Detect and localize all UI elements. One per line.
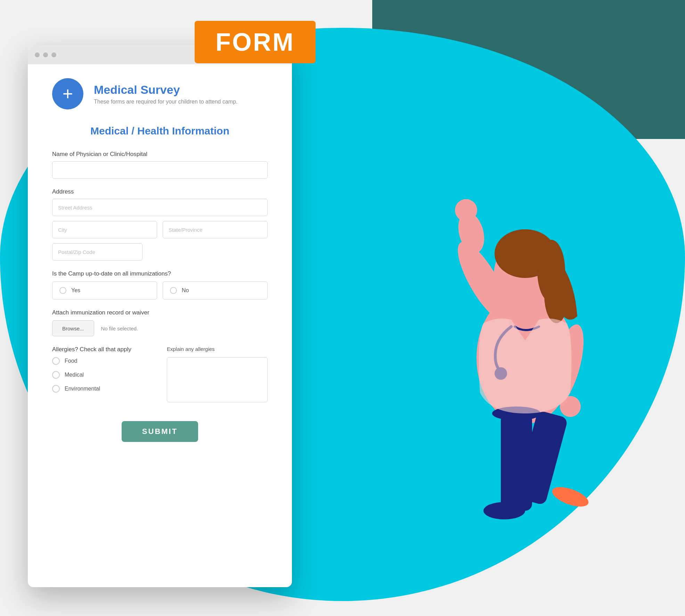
allergy-textarea[interactable] xyxy=(167,357,268,402)
city-input[interactable] xyxy=(52,221,157,238)
yes-label: Yes xyxy=(71,287,80,294)
allergy-explain-area xyxy=(167,357,268,404)
address-label: Address xyxy=(52,188,268,195)
browser-window: + Medical Survey These forms are require… xyxy=(28,45,292,587)
form-header: + Medical Survey These forms are require… xyxy=(52,78,268,109)
form-title-area: Medical Survey These forms are required … xyxy=(94,83,238,105)
browser-dot-2 xyxy=(43,52,48,57)
allergies-label: Allergies? Check all that apply xyxy=(52,346,153,353)
svg-point-16 xyxy=(550,483,591,511)
nurse-svg xyxy=(407,122,643,573)
state-input[interactable] xyxy=(163,221,268,238)
svg-point-15 xyxy=(483,502,525,519)
no-label: No xyxy=(182,287,189,294)
physician-input[interactable] xyxy=(52,161,268,179)
form-title: Medical Survey xyxy=(94,83,238,97)
browse-button[interactable]: Browse... xyxy=(52,320,94,336)
no-radio[interactable] xyxy=(170,287,177,294)
allergies-headers: Allergies? Check all that apply Explain … xyxy=(52,336,268,353)
form-content: + Medical Survey These forms are require… xyxy=(28,64,292,463)
allergy-food[interactable]: Food xyxy=(52,357,153,365)
food-label: Food xyxy=(65,358,77,364)
file-status: No file selected. xyxy=(101,326,138,331)
postal-input[interactable] xyxy=(52,243,142,261)
browser-dot-1 xyxy=(35,52,40,57)
allergy-medical[interactable]: Medical xyxy=(52,371,153,379)
yes-radio[interactable] xyxy=(59,287,66,294)
allergy-environmental[interactable]: Environmental xyxy=(52,385,153,393)
immunization-label: Is the Camp up-to-date on all immunizati… xyxy=(52,270,268,277)
attach-label: Attach immunization record or waiver xyxy=(52,309,268,316)
plus-icon: + xyxy=(63,85,73,103)
file-upload-row: Browse... No file selected. xyxy=(52,320,268,336)
allergies-checkboxes: Food Medical Environmental xyxy=(52,357,153,404)
svg-point-3 xyxy=(455,199,477,221)
form-subtitle: These forms are required for your childr… xyxy=(94,99,238,105)
form-badge: FORM xyxy=(195,21,316,63)
medical-checkbox[interactable] xyxy=(52,371,60,379)
street-address-input[interactable] xyxy=(52,199,268,216)
environmental-checkbox[interactable] xyxy=(52,385,60,393)
nurse-illustration xyxy=(407,122,643,573)
browser-dot-3 xyxy=(51,52,56,57)
physician-label: Name of Physician or Clinic/Hospital xyxy=(52,151,268,158)
section-title: Medical / Health Information xyxy=(52,125,268,137)
no-option[interactable]: No xyxy=(163,281,268,299)
medical-label: Medical xyxy=(65,372,84,378)
city-state-row xyxy=(52,221,268,238)
allergies-row: Food Medical Environmental xyxy=(52,357,268,404)
submit-button[interactable]: SUBMIT xyxy=(122,421,198,442)
immunization-radio-group: Yes No xyxy=(52,281,268,299)
yes-option[interactable]: Yes xyxy=(52,281,157,299)
plus-icon-circle: + xyxy=(52,78,83,109)
explain-label: Explain any allergies xyxy=(167,346,268,353)
environmental-label: Environmental xyxy=(65,386,100,392)
food-checkbox[interactable] xyxy=(52,357,60,365)
